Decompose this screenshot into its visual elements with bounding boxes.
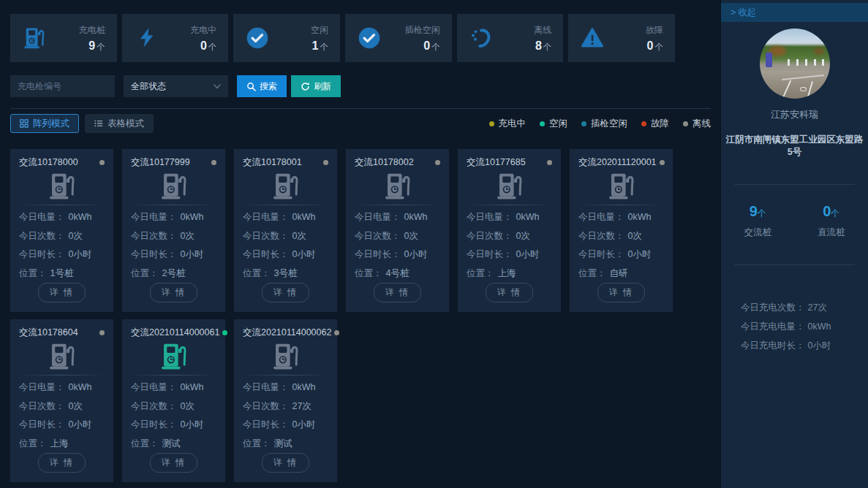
section-divider	[10, 108, 711, 109]
stat-label: 充电中	[190, 24, 216, 37]
detail-button[interactable]: 详 情	[374, 283, 421, 302]
detail-button[interactable]: 详 情	[150, 453, 197, 473]
pile-card: 交流202011120001 今日电量：0kWh 今日次数：0次 今日时长：0小…	[570, 149, 673, 312]
detail-button[interactable]: 详 情	[262, 283, 309, 302]
today-stat-line: 今日充电时长：0小时	[741, 336, 868, 355]
view-mode-row: 阵列模式 表格模式 充电中 空闲 插枪空闲 故障 离线	[10, 114, 711, 133]
pile-card: 交流10178001 今日电量：0kWh 今日次数：0次 今日时长：0小时 位置…	[234, 149, 337, 312]
station-photo	[760, 28, 830, 99]
status-select[interactable]: 全部状态	[124, 75, 228, 97]
pile-cards-grid: 交流10178000 今日电量：0kWh 今日次数：0次 今日时长：0小时 位置…	[10, 149, 711, 482]
pile-stat-line: 今日次数：0次	[355, 227, 440, 246]
pile-status-dot	[99, 160, 105, 165]
lightning-icon	[135, 27, 157, 49]
stat-value: 1个	[311, 39, 328, 53]
charging-pile-icon	[601, 172, 642, 199]
charging-pile-icon	[489, 172, 530, 199]
tab-table-mode[interactable]: 表格模式	[85, 114, 154, 133]
pile-stat-line: 今日时长：0小时	[467, 245, 552, 264]
plug-offline-icon	[470, 27, 492, 49]
charging-pile-icon	[42, 172, 83, 199]
legend-dot	[489, 121, 494, 126]
legend-dot	[641, 121, 646, 126]
detail-button[interactable]: 详 情	[262, 453, 309, 473]
refresh-icon	[301, 82, 310, 91]
detail-button[interactable]: 详 情	[597, 283, 645, 302]
legend-item: 离线	[683, 118, 711, 130]
pile-stat-line: 今日次数：0次	[19, 227, 105, 246]
status-summary-card: 故障 0个	[568, 14, 675, 62]
card-divider	[132, 205, 215, 205]
status-summary-card: 插枪空闲 0个	[345, 14, 452, 62]
card-divider	[244, 375, 327, 375]
pile-status-dot	[435, 160, 440, 165]
pile-stat-line: 今日电量：0kWh	[19, 378, 105, 397]
station-panel: > 收起 江苏安科瑞 江阴市南闸镇东盟工业园区东盟路5号 9个 交流桩 0个 直…	[720, 0, 868, 488]
pile-stat-line: 今日次数：27次	[243, 397, 328, 416]
legend-label: 离线	[692, 118, 711, 130]
legend-label: 空闲	[549, 118, 567, 130]
status-legend: 充电中 空闲 插枪空闲 故障 离线	[489, 118, 712, 130]
detail-button[interactable]: 详 情	[150, 283, 197, 302]
pile-status-dot	[323, 160, 328, 165]
station-name: 江苏安科瑞	[721, 108, 868, 121]
check-circle-icon	[246, 27, 268, 49]
pile-stat-line: 今日时长：0小时	[243, 245, 328, 264]
refresh-button[interactable]: 刷新	[291, 75, 341, 97]
collapse-panel-button[interactable]: > 收起	[721, 3, 868, 22]
charging-pile-icon	[377, 172, 418, 199]
pile-card-title: 交流20210114000061	[131, 327, 219, 339]
pile-stat-line: 今日次数：0次	[467, 227, 552, 246]
pile-card-title: 交流10178002	[355, 156, 414, 169]
check-circle-icon	[358, 27, 380, 49]
legend-dot	[683, 121, 688, 126]
legend-dot	[540, 121, 545, 126]
legend-item: 充电中	[489, 118, 527, 130]
pile-stat-line: 今日时长：0小时	[243, 416, 328, 435]
search-button[interactable]: 搜索	[237, 75, 287, 97]
pile-stat-line: 今日电量：0kWh	[243, 378, 328, 397]
charging-pile-icon	[265, 172, 306, 199]
pile-stat-line: 今日时长：0小时	[131, 245, 216, 264]
photo-tree	[814, 47, 824, 55]
card-divider	[580, 205, 663, 205]
pile-card: 交流20210114000062 今日电量：0kWh 今日次数：27次 今日时长…	[234, 319, 337, 482]
today-stats: 今日充电次数：27次 今日充电电量：0kWh 今日充电时长：0小时	[741, 298, 868, 355]
pile-card-title: 交流10178604	[19, 327, 78, 339]
legend-label: 故障	[651, 118, 669, 130]
grid-mode-icon	[20, 119, 29, 128]
stat-label: 插枪空闲	[405, 24, 440, 37]
pile-stat-line: 位置：测试	[131, 435, 216, 454]
pile-stat-line: 位置：1号桩	[19, 264, 105, 283]
pile-status-dot	[222, 330, 227, 335]
main-content: 充电桩 9个 充电中 0个 空闲 1个 插枪空闲 0个 离线 8个	[0, 0, 720, 488]
photo-ev-marking	[800, 87, 807, 91]
card-divider	[20, 375, 103, 375]
pile-stat-line: 今日时长：0小时	[19, 416, 105, 435]
photo-post	[814, 59, 816, 66]
card-divider	[132, 375, 215, 375]
warning-icon	[581, 27, 603, 49]
pile-card: 交流10178002 今日电量：0kWh 今日次数：0次 今日时长：0小时 位置…	[346, 149, 449, 312]
pile-status-dot	[334, 330, 339, 335]
tab-grid-mode[interactable]: 阵列模式	[10, 114, 79, 133]
gun-number-input[interactable]	[10, 75, 115, 97]
pile-card-title: 交流10178001	[243, 156, 302, 169]
search-icon	[246, 82, 256, 91]
pile-stat-line: 位置：4号桩	[355, 264, 440, 283]
filter-row: 全部状态 搜索 刷新	[10, 75, 711, 97]
pile-stat-line: 今日电量：0kWh	[243, 208, 328, 227]
pile-stat-line: 今日时长：0小时	[355, 245, 440, 264]
stat-value: 8个	[534, 39, 551, 53]
legend-item: 故障	[641, 118, 669, 130]
photo-road-line	[782, 80, 790, 99]
detail-button[interactable]: 详 情	[38, 453, 86, 473]
pile-card-title: 交流10177685	[467, 156, 526, 169]
pile-card-title: 交流202011120001	[578, 156, 657, 169]
detail-button[interactable]: 详 情	[486, 283, 533, 302]
card-divider	[244, 205, 327, 205]
pile-status-dot	[547, 160, 552, 165]
detail-button[interactable]: 详 情	[38, 283, 86, 302]
pile-stat-line: 今日电量：0kWh	[19, 208, 105, 227]
charging-pile-icon	[154, 343, 195, 370]
